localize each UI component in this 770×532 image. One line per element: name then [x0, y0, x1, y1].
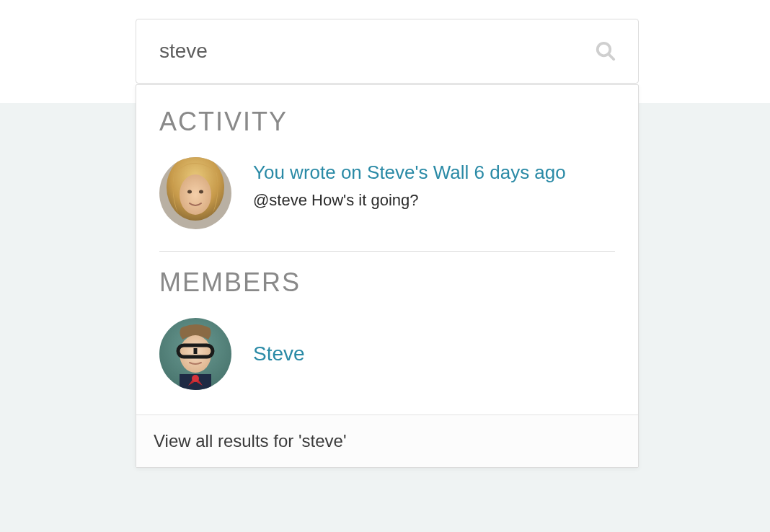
svg-point-4	[180, 174, 211, 215]
divider	[159, 251, 615, 252]
search-dropdown: ACTIVITY	[136, 84, 639, 468]
search-icon[interactable]	[595, 40, 616, 62]
view-all-results[interactable]: View all results for 'steve'	[136, 414, 638, 467]
svg-point-12	[192, 375, 199, 382]
activity-text: You wrote on Steve's Wall 6 days ago @st…	[253, 157, 566, 210]
search-input[interactable]	[158, 39, 595, 63]
svg-point-5	[187, 190, 192, 194]
avatar	[159, 318, 231, 390]
search-row	[136, 19, 638, 83]
activity-link[interactable]: You wrote on Steve's Wall 6 days ago	[253, 161, 566, 184]
activity-heading: ACTIVITY	[159, 107, 615, 137]
activity-item[interactable]: You wrote on Steve's Wall 6 days ago @st…	[159, 157, 615, 251]
dropdown-body: ACTIVITY	[136, 85, 638, 414]
members-heading: MEMBERS	[159, 267, 615, 298]
svg-line-1	[609, 54, 614, 59]
member-link[interactable]: Steve	[253, 342, 305, 365]
svg-point-6	[199, 190, 203, 194]
member-item[interactable]: Steve	[159, 318, 615, 397]
avatar	[159, 157, 231, 229]
activity-snippet: @steve How's it going?	[253, 191, 566, 210]
search-box	[136, 19, 639, 84]
